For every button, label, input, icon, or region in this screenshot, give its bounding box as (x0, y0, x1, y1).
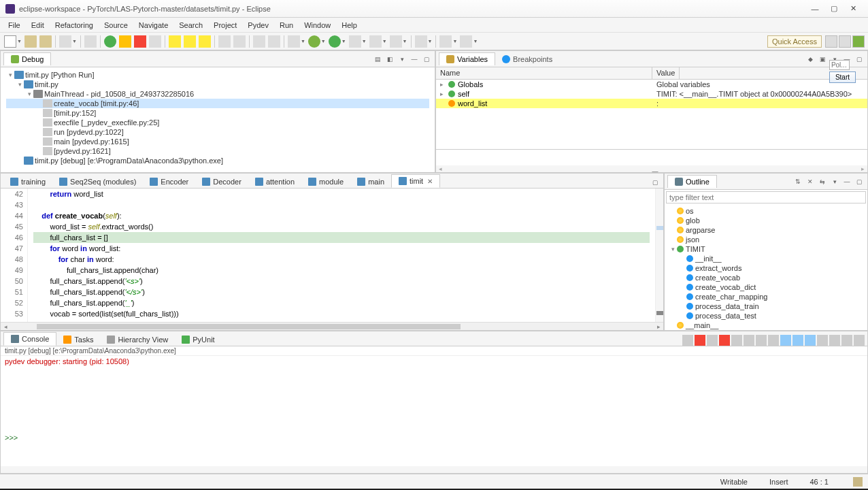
stack-frame[interactable]: timit.py [debug] [e:\ProgramData\Anacond… (6, 156, 429, 165)
outline-item[interactable]: argparse (667, 225, 865, 235)
suspend-icon[interactable] (119, 35, 131, 48)
outline-item[interactable]: create_char_mapping (667, 292, 865, 301)
emin-icon[interactable]: — (650, 166, 661, 177)
outline-item[interactable]: __main__ (667, 321, 865, 330)
outline-item[interactable]: process_data_test (667, 311, 865, 321)
step-into-icon[interactable] (169, 35, 181, 48)
col-name[interactable]: Name (436, 67, 652, 79)
outline-item[interactable]: ▾TIMIT (667, 244, 865, 254)
code-area[interactable]: return word_list def create_vocab(self):… (28, 189, 655, 322)
editor-tab-timit[interactable]: timit✕ (391, 174, 440, 188)
step-filters-icon[interactable] (233, 35, 246, 48)
scroll-lock-icon[interactable] (731, 335, 742, 346)
outline-item[interactable]: extract_words (667, 263, 865, 273)
new-icon[interactable] (4, 35, 16, 48)
editor-tab-training[interactable]: training (3, 176, 52, 188)
menu-help[interactable]: Help (336, 20, 363, 31)
stack-frame[interactable]: execfile [_pydev_execfile.py:25] (6, 118, 429, 127)
col-value[interactable]: Value (652, 67, 680, 79)
status-icon[interactable] (853, 477, 863, 487)
menu-file[interactable]: File (3, 20, 26, 31)
stack-frame[interactable]: ▾timit.py [Python Run] (6, 70, 429, 80)
outline-filter-input[interactable] (666, 191, 866, 203)
stack-frame[interactable]: [pydevd.py:1621] (6, 146, 429, 156)
stack-frame[interactable]: main [pydevd.py:1615] (6, 137, 429, 146)
debug-perspective-icon[interactable] (852, 35, 865, 48)
tasks-tab[interactable]: Tasks (56, 333, 100, 346)
menu-refactoring[interactable]: Refactoring (50, 20, 99, 31)
stack-frame[interactable]: [timit.py:152] (6, 108, 429, 118)
tool2-icon[interactable] (415, 35, 427, 48)
pyunit-tab[interactable]: PyUnit (175, 333, 221, 346)
omax-icon[interactable]: ▢ (854, 176, 865, 187)
line-number-gutter[interactable]: 42434445464748495051525354 (1, 189, 28, 322)
overview-ruler[interactable] (655, 189, 663, 322)
variables-body[interactable]: ▸GlobalsGlobal variables▸selfTIMIT: <__m… (436, 80, 867, 149)
outline-item[interactable]: glob (667, 216, 865, 225)
drop-frame-icon[interactable] (218, 35, 231, 48)
menu-source[interactable]: Source (99, 20, 133, 31)
skip-breakpoints-icon[interactable] (59, 35, 71, 48)
debug-stack-tree[interactable]: ▾timit.py [Python Run]▾timit.py▾MainThre… (1, 67, 435, 172)
editor-tab-seq2seq-modules-[interactable]: Seq2Seq (modules) (52, 176, 143, 188)
run-icon[interactable] (329, 35, 341, 48)
min-icon[interactable]: — (409, 54, 420, 65)
tool-icon[interactable] (288, 35, 300, 48)
menu-navigate[interactable]: Navigate (133, 20, 173, 31)
minimize-button[interactable]: — (805, 1, 824, 16)
save-all-icon[interactable] (39, 35, 52, 48)
omenu-icon[interactable]: ▾ (829, 176, 840, 187)
menu-run[interactable]: Run (274, 20, 299, 31)
set-next-icon[interactable] (253, 35, 265, 48)
link-icon[interactable]: ⇆ (817, 176, 828, 187)
search-icon[interactable] (390, 35, 402, 48)
menu-pydev[interactable]: Pydev (242, 20, 274, 31)
menu-search[interactable]: Search (173, 20, 208, 31)
open-console-icon[interactable] (817, 335, 828, 346)
variables-tab[interactable]: Variables (439, 52, 495, 65)
quick-access-field[interactable]: Quick Access (767, 35, 822, 48)
outline-item[interactable]: process_data_train (667, 301, 865, 311)
outline-item[interactable]: create_vocab (667, 273, 865, 282)
emax-icon[interactable]: ▢ (650, 177, 661, 188)
clear-console-icon[interactable] (682, 335, 693, 346)
cmin-icon[interactable] (841, 335, 852, 346)
max-icon[interactable]: ▢ (421, 54, 432, 65)
debug-tab[interactable]: Debug (3, 52, 51, 65)
remove-all-icon[interactable] (719, 335, 730, 346)
editor-tab-attention[interactable]: attention (248, 176, 301, 188)
outline-tree[interactable]: osglobargparsejson▾TIMIT__init__extract_… (665, 205, 867, 330)
console-prompt[interactable]: >>> (5, 434, 863, 442)
editor-tab-decoder[interactable]: Decoder (195, 176, 248, 188)
terminate-icon[interactable] (134, 35, 146, 48)
btn3-icon[interactable] (805, 335, 816, 346)
menu-edit[interactable]: Edit (26, 20, 50, 31)
editor-h-scrollbar[interactable]: ◂▸ (1, 322, 663, 330)
pydev-perspective-icon[interactable] (839, 35, 851, 48)
menu-project[interactable]: Project (208, 20, 242, 31)
coverage-icon[interactable] (349, 35, 361, 48)
resume-icon[interactable] (104, 35, 116, 48)
step-over-icon[interactable] (184, 35, 196, 48)
breakpoints-tab[interactable]: Breakpoints (495, 53, 559, 65)
omin-icon[interactable]: — (841, 176, 852, 187)
terminate2-icon[interactable] (695, 335, 705, 346)
show-when-icon[interactable] (744, 335, 754, 346)
forward-icon[interactable] (460, 35, 472, 48)
save-icon[interactable] (24, 35, 37, 48)
variable-row[interactable]: ▸GlobalsGlobal variables (436, 80, 867, 89)
btn2-icon[interactable] (792, 335, 803, 346)
variable-row[interactable]: ▸selfTIMIT: <__main__.TIMIT object at 0x… (436, 89, 867, 99)
stack-frame[interactable]: run [pydevd.py:1022] (6, 127, 429, 137)
editor-tab-main[interactable]: main (350, 176, 391, 188)
editor-body[interactable]: 42434445464748495051525354 return word_l… (1, 189, 663, 322)
outline-item[interactable]: json (667, 235, 865, 244)
close-button[interactable]: ✕ (844, 1, 863, 16)
maximize-button[interactable]: ▢ (824, 1, 844, 16)
pol-input[interactable] (829, 60, 850, 70)
remove-launch-icon[interactable] (707, 335, 718, 346)
ext-tool-icon[interactable] (369, 35, 382, 48)
show-type-icon[interactable]: ◆ (805, 54, 816, 65)
back-icon[interactable] (439, 35, 452, 48)
collapse-icon[interactable]: ▣ (817, 54, 828, 65)
